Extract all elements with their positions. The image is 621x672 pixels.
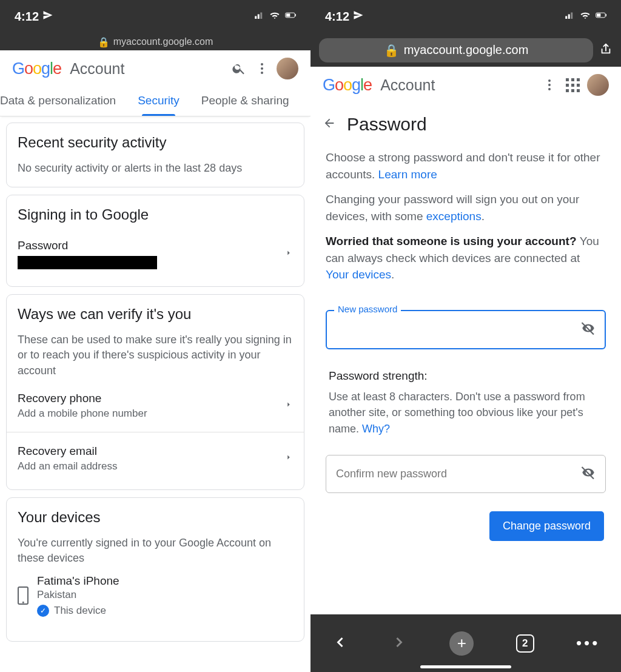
learn-more-link[interactable]: Learn more <box>378 168 437 181</box>
url-bar-small[interactable]: 🔒 myaccount.google.com <box>0 33 310 50</box>
signin-title: Signing in to Google <box>18 206 293 223</box>
new-password-wrap: New password <box>326 310 606 349</box>
row-recovery-email[interactable]: Recovery email Add an email address <box>18 438 293 479</box>
page-title: Password <box>347 114 427 135</box>
password-label: Password <box>18 239 284 252</box>
apps-grid-icon[interactable] <box>564 76 581 93</box>
status-time: 4:12 <box>325 10 349 24</box>
left-screenshot: 4:12 🔒 myaccount.google.com Google Accou… <box>0 0 310 672</box>
devices-title: Your devices <box>18 509 293 526</box>
google-logo: Google <box>323 76 372 95</box>
status-time: 4:12 <box>15 10 39 24</box>
menu-dots-icon[interactable]: ••• <box>576 634 600 653</box>
signal-icon <box>564 10 575 24</box>
new-tab-button[interactable]: + <box>449 631 474 656</box>
recovery-phone-desc: Add a mobile phone number <box>18 408 284 420</box>
svg-rect-10 <box>568 15 570 19</box>
status-bar: 4:12 <box>310 0 621 33</box>
account-word: Account <box>380 76 435 94</box>
new-password-label: New password <box>334 304 401 314</box>
change-password-button[interactable]: Change password <box>489 511 604 541</box>
svg-rect-13 <box>597 13 600 16</box>
card-devices: Your devices You're currently signed in … <box>6 497 304 642</box>
svg-rect-11 <box>571 13 572 19</box>
tab-security[interactable]: Security <box>127 87 190 116</box>
status-bar: 4:12 <box>0 0 310 33</box>
card-recent-activity: Recent security activity No security act… <box>6 123 304 187</box>
avatar[interactable] <box>277 58 298 79</box>
browser-toolbar: + 2 ••• <box>310 614 621 672</box>
lock-icon: 🔒 <box>384 43 399 58</box>
svg-point-15 <box>548 79 551 82</box>
forward-icon[interactable] <box>391 634 408 653</box>
tab-data-personalization[interactable]: Data & personalization <box>0 87 127 116</box>
chevron-right-icon <box>284 400 293 411</box>
svg-rect-9 <box>565 16 567 19</box>
url-bar: 🔒 myaccount.google.com <box>310 33 621 67</box>
strength-block: Password strength: Use at least 8 charac… <box>310 349 621 437</box>
card-verify: Ways we can verify it's you These can be… <box>6 294 304 490</box>
divider <box>7 432 304 432</box>
tabs: Data & personalization Security People &… <box>0 87 310 116</box>
svg-point-16 <box>548 84 551 86</box>
back-arrow-icon[interactable] <box>323 116 336 132</box>
back-icon[interactable] <box>332 634 349 653</box>
wifi-icon <box>580 10 591 24</box>
url-text: myaccount.google.com <box>113 36 213 47</box>
chevron-right-icon <box>284 453 293 464</box>
device-location: Pakistan <box>37 589 119 601</box>
url-pill[interactable]: 🔒 myaccount.google.com <box>319 38 593 62</box>
right-screenshot: 4:12 🔒 myaccount.google.com Google Accou… <box>310 0 621 672</box>
svg-rect-14 <box>606 14 606 16</box>
your-devices-link[interactable]: Your devices <box>326 268 391 281</box>
app-header: Google Account <box>310 67 621 103</box>
recent-sub: No security activity or alerts in the la… <box>18 161 293 176</box>
svg-rect-1 <box>258 15 260 19</box>
device-name: Fatima's iPhone <box>37 574 119 588</box>
why-link[interactable]: Why? <box>362 423 390 435</box>
this-device-label: This device <box>54 605 106 617</box>
svg-point-7 <box>261 67 263 70</box>
phone-icon <box>18 586 29 605</box>
row-recovery-phone[interactable]: Recovery phone Add a mobile phone number <box>18 386 293 426</box>
eye-off-icon[interactable] <box>580 465 596 483</box>
more-icon[interactable] <box>541 76 558 93</box>
url-text: myaccount.google.com <box>404 43 529 57</box>
home-indicator <box>420 665 511 668</box>
device-row[interactable]: Fatima's iPhone Pakistan ✓ This device <box>18 574 293 617</box>
tab-people-sharing[interactable]: People & sharing <box>190 87 300 116</box>
share-icon[interactable] <box>599 42 613 58</box>
confirm-password-input[interactable] <box>326 455 606 493</box>
new-password-input[interactable] <box>326 310 606 349</box>
card-signin: Signing in to Google Password <box>6 195 304 287</box>
tab-count[interactable]: 2 <box>516 634 534 653</box>
eye-off-icon[interactable] <box>580 320 596 338</box>
verify-sub: These can be used to make sure it's real… <box>18 332 293 378</box>
chevron-right-icon <box>284 249 293 260</box>
location-icon <box>353 10 364 24</box>
strength-title: Password strength: <box>329 368 603 385</box>
battery-icon <box>285 10 296 24</box>
location-icon <box>42 10 53 24</box>
app-header: Google Account <box>0 50 310 87</box>
wifi-icon <box>269 10 280 24</box>
recovery-email-desc: Add an email address <box>18 460 284 472</box>
avatar[interactable] <box>587 74 609 96</box>
svg-rect-0 <box>255 16 257 19</box>
exceptions-link[interactable]: exceptions <box>426 210 482 223</box>
recovery-phone-title: Recovery phone <box>18 392 284 405</box>
verify-title: Ways we can verify it's you <box>18 306 293 323</box>
svg-point-6 <box>261 63 263 66</box>
recovery-email-title: Recovery email <box>18 445 284 458</box>
more-icon[interactable] <box>253 60 270 77</box>
battery-icon <box>596 10 606 24</box>
search-icon[interactable] <box>230 60 247 77</box>
svg-point-17 <box>548 88 551 90</box>
devices-sub: You're currently signed in to your Googl… <box>18 536 293 566</box>
svg-rect-5 <box>295 14 296 16</box>
google-logo: Google <box>12 59 61 78</box>
body-text: Choose a strong password and don't reuse… <box>310 141 621 292</box>
row-password[interactable]: Password <box>18 233 293 275</box>
lock-icon: 🔒 <box>98 36 110 48</box>
password-redacted <box>18 256 157 269</box>
